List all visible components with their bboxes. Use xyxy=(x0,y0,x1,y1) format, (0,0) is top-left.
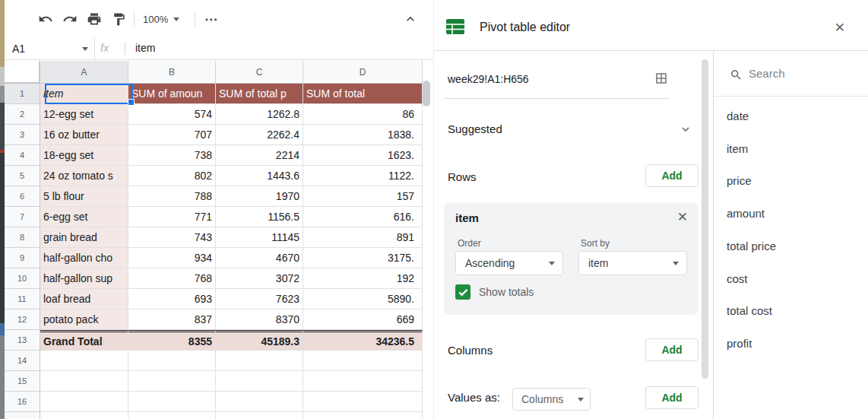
cell-C11[interactable]: 7623 xyxy=(216,289,303,309)
cell-B8[interactable]: 743 xyxy=(128,227,216,248)
cell-C8[interactable]: 11145 xyxy=(216,227,303,248)
cell-D3[interactable]: 1838. xyxy=(303,125,423,145)
cell-A9[interactable]: half-gallon cho xyxy=(40,248,128,268)
add-values-button[interactable]: Add xyxy=(645,386,699,409)
cell-C4[interactable]: 2214 xyxy=(216,145,303,166)
cell-D11[interactable]: 5890. xyxy=(303,289,423,309)
row-header-5[interactable]: 5 xyxy=(5,166,40,186)
sort-by-select[interactable]: item xyxy=(578,251,687,275)
field-item-item[interactable]: item xyxy=(727,142,748,157)
cell-D5[interactable]: 1122. xyxy=(303,166,423,186)
cell-D13[interactable]: 34236.5 xyxy=(303,330,423,351)
field-item-total-price[interactable]: total price xyxy=(727,240,776,255)
column-header-B[interactable]: B xyxy=(128,61,216,84)
cell-D14[interactable] xyxy=(303,351,423,371)
cell-A15[interactable] xyxy=(40,371,128,392)
cell-A1[interactable]: item xyxy=(40,84,128,104)
print-icon[interactable] xyxy=(82,7,106,31)
column-header-C[interactable]: C xyxy=(216,61,303,84)
cell-C10[interactable]: 3072 xyxy=(216,268,303,289)
range-input[interactable]: week29!A1:H656 xyxy=(444,67,670,99)
cell-D12[interactable]: 669 xyxy=(303,309,423,330)
cell-D8[interactable]: 891 xyxy=(303,227,423,248)
suggested-section-toggle[interactable]: Suggested xyxy=(444,120,699,140)
cell-A5[interactable]: 24 oz tomato s xyxy=(40,166,128,186)
collapse-toolbar-icon[interactable] xyxy=(398,7,423,31)
cell-B13[interactable]: 8355 xyxy=(128,330,216,351)
cell-B9[interactable]: 934 xyxy=(128,248,216,268)
row-header-1[interactable]: 1 xyxy=(5,84,40,104)
editor-scrollbar[interactable] xyxy=(702,59,708,379)
checkbox-checked-icon[interactable] xyxy=(455,284,470,300)
row-header-9[interactable]: 9 xyxy=(5,248,40,268)
row-header-11[interactable]: 11 xyxy=(5,289,40,309)
sheet-vertical-scrollbar[interactable] xyxy=(423,81,430,106)
cell-B7[interactable]: 771 xyxy=(128,207,216,227)
cell-B11[interactable]: 693 xyxy=(128,289,216,309)
row-header-13[interactable]: 13 xyxy=(5,330,40,351)
paint-format-icon[interactable] xyxy=(106,7,131,31)
close-icon[interactable]: ✕ xyxy=(835,21,845,34)
cell-A14[interactable] xyxy=(40,351,128,371)
cell-C3[interactable]: 2262.4 xyxy=(216,125,303,145)
cell-D9[interactable]: 3175. xyxy=(303,248,423,268)
row-header-10[interactable]: 10 xyxy=(5,268,40,289)
search-input[interactable]: Search xyxy=(714,51,868,97)
cell-D7[interactable]: 616. xyxy=(303,207,423,227)
values-as-select[interactable]: Columns xyxy=(512,388,591,411)
cell-C7[interactable]: 1156.5 xyxy=(216,207,303,227)
cell-A7[interactable]: 6-egg set xyxy=(40,207,128,227)
cell-A11[interactable]: loaf bread xyxy=(40,289,128,309)
cell-B3[interactable]: 707 xyxy=(128,125,216,145)
cell-A16[interactable] xyxy=(40,392,128,412)
row-header-16[interactable]: 16 xyxy=(5,392,40,412)
row-header-2[interactable]: 2 xyxy=(5,104,40,125)
field-item-amount[interactable]: amount xyxy=(727,207,765,222)
cell-D1[interactable]: SUM of total xyxy=(303,84,423,104)
cell-B14[interactable] xyxy=(128,351,216,371)
row-header-12[interactable]: 12 xyxy=(5,309,40,330)
cell-A4[interactable]: 18-egg set xyxy=(40,145,128,166)
cell-reference-box[interactable]: A1 xyxy=(5,38,95,59)
field-item-date[interactable]: date xyxy=(727,110,749,125)
show-totals-toggle[interactable]: Show totals xyxy=(455,284,534,300)
cell-B12[interactable]: 837 xyxy=(128,309,216,330)
row-header-8[interactable]: 8 xyxy=(5,227,40,248)
cell-B5[interactable]: 802 xyxy=(128,166,216,186)
cell-B10[interactable]: 768 xyxy=(128,268,216,289)
cell-A17[interactable] xyxy=(40,412,128,419)
remove-item-icon[interactable]: ✕ xyxy=(677,211,688,224)
cell-C2[interactable]: 1262.8 xyxy=(216,104,303,125)
cell-C13[interactable]: 45189.3 xyxy=(216,330,303,351)
cell-D16[interactable] xyxy=(303,392,423,412)
more-options-icon[interactable]: ⋯ xyxy=(199,7,223,31)
cell-B4[interactable]: 738 xyxy=(128,145,216,166)
order-select[interactable]: Ascending xyxy=(455,251,563,275)
redo-icon[interactable] xyxy=(58,7,82,31)
cell-A6[interactable]: 5 lb flour xyxy=(40,186,128,207)
row-header-14[interactable]: 14 xyxy=(5,351,40,371)
cell-C9[interactable]: 4670 xyxy=(216,248,303,268)
cell-A12[interactable]: potato pack xyxy=(40,309,128,330)
cell-B16[interactable] xyxy=(128,392,216,412)
cell-B2[interactable]: 574 xyxy=(128,104,216,125)
field-item-cost[interactable]: cost xyxy=(727,272,748,287)
cell-D2[interactable]: 86 xyxy=(303,104,423,125)
cell-C6[interactable]: 1970 xyxy=(216,186,303,207)
cell-D17[interactable] xyxy=(303,412,423,419)
cell-C12[interactable]: 8370 xyxy=(216,309,303,330)
row-header-4[interactable]: 4 xyxy=(5,145,40,166)
select-data-range-icon[interactable] xyxy=(654,71,668,85)
cell-C5[interactable]: 1443.6 xyxy=(216,166,303,186)
cell-C14[interactable] xyxy=(216,351,303,371)
cell-C1[interactable]: SUM of total p xyxy=(216,84,303,104)
cell-A2[interactable]: 12-egg set xyxy=(40,104,128,125)
row-header-15[interactable]: 15 xyxy=(5,371,40,392)
cell-A13[interactable]: Grand Total xyxy=(40,330,128,351)
cell-A3[interactable]: 16 oz butter xyxy=(40,125,128,145)
row-header-7[interactable]: 7 xyxy=(5,207,40,227)
row-header-17[interactable]: 17 xyxy=(5,412,40,419)
zoom-select[interactable]: 100% xyxy=(140,7,182,31)
cell-D10[interactable]: 192 xyxy=(303,268,423,289)
cell-A8[interactable]: grain bread xyxy=(40,227,128,248)
